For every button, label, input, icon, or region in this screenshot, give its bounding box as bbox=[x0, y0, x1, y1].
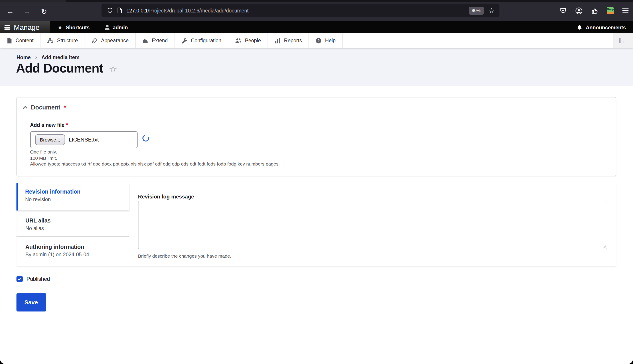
hint-allowed-types: Allowed types: htaccess txt rtf doc docx… bbox=[30, 161, 280, 167]
user-icon bbox=[105, 25, 110, 30]
page-title: Add Document bbox=[16, 62, 103, 76]
breadcrumb: Home › Add media item bbox=[17, 54, 80, 60]
check-icon bbox=[18, 277, 21, 280]
file-field-description: One file only. 100 MB limit. Allowed typ… bbox=[30, 149, 280, 167]
menu-item-extend[interactable]: Extend bbox=[136, 33, 175, 48]
window-corner bbox=[628, 359, 633, 364]
bell-icon bbox=[577, 24, 582, 30]
toolbar-item-announcements[interactable]: Announcements bbox=[570, 21, 633, 33]
menu-item-structure[interactable]: Structure bbox=[41, 33, 85, 48]
revision-log-label: Revision log message bbox=[138, 194, 194, 200]
back-button[interactable]: ← bbox=[4, 5, 17, 18]
extension-icon[interactable] bbox=[591, 7, 598, 14]
appearance-icon bbox=[92, 38, 98, 44]
menu-item-configuration[interactable]: Configuration bbox=[175, 33, 229, 48]
breadcrumb-current: Add media item bbox=[42, 55, 80, 60]
revision-log-textarea[interactable] bbox=[138, 201, 607, 249]
admin-menu-bar: Content Structure Appearance Extend Conf… bbox=[0, 33, 633, 48]
active-tab-edge bbox=[0, 0, 66, 2]
manage-label: Manage bbox=[14, 23, 40, 31]
file-upload-field[interactable]: Browse... LICENSE.txt bbox=[30, 131, 137, 148]
breadcrumb-chevron-icon: › bbox=[35, 54, 37, 60]
browser-window: ← → ↻ 127.0.0.1/Projects/drupal-10.2.6/m… bbox=[0, 0, 633, 364]
hint-one-file: One file only. bbox=[30, 149, 280, 155]
shield-icon bbox=[107, 8, 113, 13]
required-mark: * bbox=[66, 122, 68, 128]
menu-icon[interactable] bbox=[622, 8, 628, 13]
people-icon bbox=[235, 38, 241, 44]
toolbar-orientation-toggle[interactable]: ← bbox=[613, 33, 633, 48]
drupal-admin-bar: Manage ★ Shortcuts admin Announcements bbox=[0, 21, 633, 33]
content-icon bbox=[7, 38, 12, 44]
browser-toolbar: ← → ↻ 127.0.0.1/Projects/drupal-10.2.6/m… bbox=[0, 0, 633, 21]
tab-summary: By admin (1) on 2024-05-04 bbox=[25, 252, 129, 257]
tab-authoring-information[interactable]: Authoring information By admin (1) on 20… bbox=[16, 237, 129, 266]
tab-summary: No revision bbox=[25, 197, 129, 202]
structure-icon bbox=[48, 38, 54, 44]
published-field: Published bbox=[17, 276, 50, 282]
revision-pane: Revision log message Briefly describe th… bbox=[129, 183, 616, 266]
manage-menu-icon bbox=[5, 25, 10, 30]
page-header: Home › Add media item Add Document ☆ bbox=[0, 48, 633, 86]
forward-button[interactable]: → bbox=[21, 5, 34, 18]
toolbar-item-shortcuts[interactable]: ★ Shortcuts bbox=[50, 21, 97, 33]
forward-icon: → bbox=[24, 8, 31, 16]
extend-icon bbox=[143, 38, 148, 44]
document-legend[interactable]: Document * bbox=[23, 104, 66, 111]
required-mark: * bbox=[64, 104, 66, 110]
document-fieldset: Document * Add a new file* Browse... LIC… bbox=[16, 97, 616, 176]
file-field-label: Add a new file* bbox=[30, 122, 68, 128]
menu-item-reports[interactable]: Reports bbox=[268, 33, 309, 48]
tab-url-alias[interactable]: URL alias No alias bbox=[16, 211, 129, 236]
back-icon: ← bbox=[7, 8, 14, 16]
hint-size-limit: 100 MB limit. bbox=[30, 155, 280, 161]
window-corner bbox=[0, 359, 5, 364]
screenshot: ← → ↻ 127.0.0.1/Projects/drupal-10.2.6/m… bbox=[0, 0, 633, 364]
menu-item-appearance[interactable]: Appearance bbox=[85, 33, 136, 48]
published-label: Published bbox=[27, 276, 50, 282]
breadcrumb-home-link[interactable]: Home bbox=[17, 55, 31, 60]
menu-item-people[interactable]: People bbox=[228, 33, 268, 48]
svg-text:?: ? bbox=[317, 38, 320, 43]
published-checkbox[interactable] bbox=[17, 276, 23, 282]
selected-file-name: LICENSE.txt bbox=[69, 136, 99, 143]
chevron-up-icon bbox=[23, 106, 27, 109]
url-bar[interactable]: 127.0.0.1/Projects/drupal-10.2.6/media/a… bbox=[102, 4, 499, 17]
save-button[interactable]: Save bbox=[16, 293, 46, 312]
reports-icon bbox=[275, 38, 280, 44]
toggle-bar-icon bbox=[619, 38, 620, 43]
toolbar-item-user[interactable]: admin bbox=[97, 21, 136, 33]
tab-strip bbox=[0, 0, 633, 2]
page-icon bbox=[117, 8, 122, 13]
configuration-icon bbox=[182, 38, 187, 44]
url-path: /Projects/drupal-10.2.6/media/add/docume… bbox=[148, 8, 249, 13]
vertical-tabs: Revision log message Briefly describe th… bbox=[16, 183, 616, 266]
bookmark-star-icon[interactable]: ☆ bbox=[488, 7, 494, 14]
account-icon[interactable] bbox=[575, 7, 583, 14]
toggle-arrow-icon: ← bbox=[621, 38, 627, 44]
favorite-star-icon[interactable]: ☆ bbox=[109, 63, 117, 74]
reload-button[interactable]: ↻ bbox=[38, 5, 51, 18]
menu-item-help[interactable]: ? Help bbox=[309, 33, 343, 48]
revision-log-description: Briefly describe the changes you have ma… bbox=[138, 253, 231, 258]
help-icon: ? bbox=[316, 38, 322, 44]
pocket-icon[interactable] bbox=[559, 7, 567, 14]
toolbar-item-manage[interactable]: Manage bbox=[0, 21, 50, 33]
tab-summary: No alias bbox=[25, 226, 129, 231]
burp-extension-icon[interactable]: Burp bbox=[607, 7, 614, 14]
tab-revision-information[interactable]: Revision information No revision bbox=[16, 183, 129, 210]
browse-button[interactable]: Browse... bbox=[35, 134, 65, 145]
shortcuts-star-icon: ★ bbox=[58, 24, 63, 30]
reload-icon: ↻ bbox=[41, 7, 47, 16]
url-text: 127.0.0.1/Projects/drupal-10.2.6/media/a… bbox=[126, 8, 249, 13]
menu-item-content[interactable]: Content bbox=[0, 33, 41, 48]
ajax-spinner-icon bbox=[141, 134, 150, 143]
url-host: 127.0.0.1 bbox=[126, 8, 148, 13]
zoom-level-badge[interactable]: 80% bbox=[468, 6, 484, 14]
